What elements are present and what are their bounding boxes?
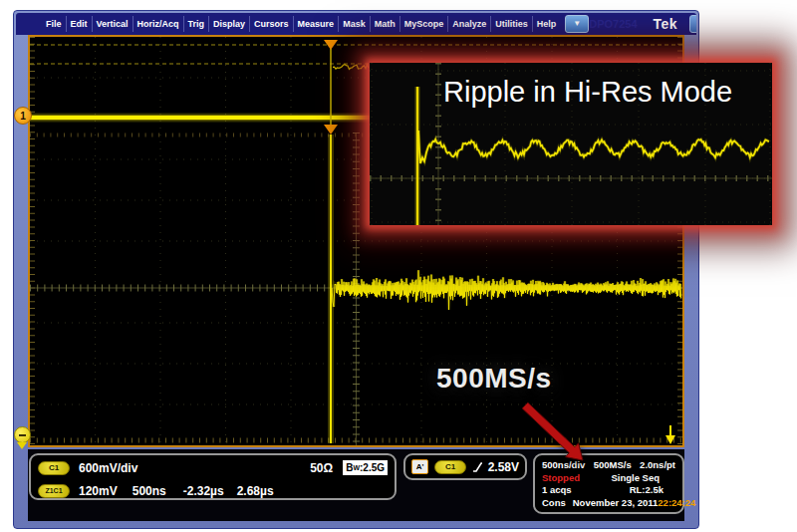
hires-inset-overlay: Ripple in Hi-Res Mode <box>370 63 772 225</box>
zoom-offscreen-arrow-icon <box>17 442 27 449</box>
menu-item-help[interactable]: Help <box>532 16 561 32</box>
page-background: FileEditVerticalHoriz/AcqTrigDisplayCurs… <box>0 0 797 532</box>
zoom-reference-marker[interactable] <box>14 426 31 443</box>
rising-edge-slope-icon <box>472 461 482 473</box>
inset-title: Ripple in Hi-Res Mode <box>443 76 732 109</box>
zoom-horizontal-scale: 500ns <box>133 484 166 498</box>
callout-arrow-icon <box>508 399 598 468</box>
title-bar: FileEditVerticalHoriz/AcqTrigDisplayCurs… <box>16 13 696 35</box>
ch1-scale: 600mV/div <box>79 461 137 475</box>
menu-item-measure[interactable]: Measure <box>293 16 339 32</box>
menu-item-vertical[interactable]: Vertical <box>92 16 133 32</box>
acq-state-badge: Stopped <box>542 472 580 483</box>
menu-item-mask[interactable]: Mask <box>338 16 370 32</box>
menu-item-edit[interactable]: Edit <box>66 16 92 32</box>
bandwidth-limit-box[interactable]: BW:2.5G <box>343 460 388 475</box>
bandwidth-value: :2.5G <box>360 462 385 473</box>
sample-rate-value: 500MS/s <box>594 459 632 470</box>
menu-bar: FileEditVerticalHoriz/AcqTrigDisplayCurs… <box>42 13 560 35</box>
menu-item-analyze[interactable]: Analyze <box>447 16 490 32</box>
menu-item-file[interactable]: File <box>42 16 66 32</box>
menu-item-myscope[interactable]: MyScope <box>399 16 448 32</box>
zoom-vertical-scale: 120mV <box>79 484 118 498</box>
bandwidth-sub: W <box>353 464 360 471</box>
zoom-source-badge[interactable]: Z1C1 <box>38 484 70 498</box>
acq-mode: Single Seq <box>611 472 660 483</box>
tek-logo: Tek <box>654 16 678 32</box>
menu-item-horizacq[interactable]: Horiz/Acq <box>133 16 183 32</box>
resolution-value: 2.0ns/pt <box>640 459 675 470</box>
zoom-position: -2.32µs <box>183 484 224 498</box>
date-value: November 23, 2011 <box>573 497 659 508</box>
ch1-reference-marker[interactable]: 1 <box>14 107 32 125</box>
ch1-readout-row: C1 600mV/div 50Ω BW:2.5G <box>31 455 395 478</box>
menu-item-trig[interactable]: Trig <box>183 16 209 32</box>
acq-count: 1 acqs <box>542 484 572 495</box>
minimize-button[interactable]: — <box>689 15 696 33</box>
chevron-down-icon: ▼ <box>573 20 581 28</box>
sample-rate-callout: 500MS/s <box>436 363 552 395</box>
menu-item-display[interactable]: Display <box>208 16 249 32</box>
model-label: DPO7254 <box>589 18 637 30</box>
ch1-source-badge[interactable]: C1 <box>38 461 70 475</box>
ch1-readout-panel[interactable]: C1 600mV/div 50Ω BW:2.5G Z1C1 120mV 500n… <box>29 453 397 500</box>
menu-item-utilities[interactable]: Utilities <box>490 16 532 32</box>
menu-dropdown-button[interactable]: ▼ <box>565 15 589 33</box>
trigger-a-badge: A' <box>411 459 428 474</box>
menu-item-cursors[interactable]: Cursors <box>249 16 293 32</box>
console-label: Cons <box>542 497 566 508</box>
menu-item-math[interactable]: Math <box>370 16 399 32</box>
zoom-readout-row: Z1C1 120mV 500ns -2.32µs 2.68µs <box>31 478 395 501</box>
trigger-source-badge: C1 <box>434 460 466 474</box>
record-length: RL:2.5k <box>630 484 664 495</box>
time-value: 22:24:24 <box>658 497 695 508</box>
ch1-impedance: 50Ω <box>310 461 333 475</box>
zoom-duration: 2.68µs <box>237 484 274 498</box>
bandwidth-prefix: B <box>346 462 353 473</box>
